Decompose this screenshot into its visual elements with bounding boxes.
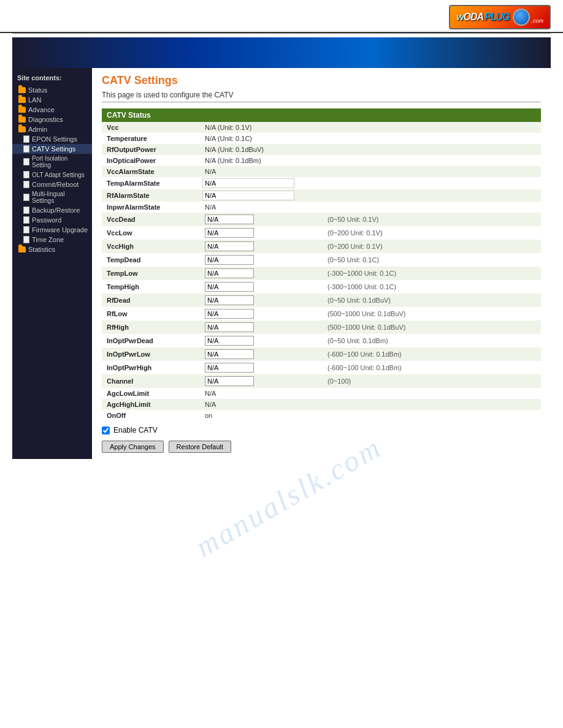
doc-icon — [23, 158, 29, 165]
row-hint: (0~200 Unit: 0.1V) — [323, 240, 541, 253]
row-label: OnOff — [102, 410, 200, 421]
row-value — [200, 213, 323, 226]
row-value — [200, 253, 323, 267]
row-value — [200, 294, 323, 307]
table-row: Vcc N/A (Unit: 0.1V) — [102, 122, 541, 133]
sidebar-item-backup[interactable]: Backup/Restore — [12, 205, 92, 215]
row-value — [200, 307, 323, 320]
row-label: Temperature — [102, 133, 200, 144]
vcclow-input[interactable] — [205, 228, 254, 238]
rfhigh-input[interactable] — [205, 322, 254, 332]
sidebar-item-lan[interactable]: LAN — [12, 95, 92, 105]
folder-icon — [18, 246, 26, 252]
row-hint — [323, 155, 541, 166]
sidebar-item-multilingual[interactable]: Multi-lingual Settings — [12, 189, 92, 205]
row-label: VccLow — [102, 226, 200, 240]
page-description: This page is used to configure the CATV — [102, 91, 541, 99]
row-value: N/A — [200, 202, 323, 213]
channel-input[interactable] — [205, 376, 254, 386]
table-row: RfAlarmState — [102, 189, 541, 202]
row-label: RfOutputPower — [102, 144, 200, 155]
row-hint: (-600~100 Unit: 0.1dBm) — [323, 347, 541, 361]
sidebar-label: Advance — [28, 106, 55, 113]
temp-alarm-input[interactable] — [202, 178, 294, 188]
table-row: AgcLowLimit N/A — [102, 388, 541, 399]
table-row: TempHigh (-300~1000 Unit: 0.1C) — [102, 280, 541, 294]
row-label: VccHigh — [102, 240, 200, 253]
doc-icon — [23, 236, 29, 243]
sidebar-item-diagnostics[interactable]: Diagnostics — [12, 115, 92, 124]
row-value — [200, 267, 323, 280]
sidebar-item-status[interactable]: Status — [12, 85, 92, 95]
row-hint: (0~50 Unit: 0.1V) — [323, 213, 541, 226]
sidebar-item-admin[interactable]: Admin — [12, 124, 92, 134]
enable-catv-row: Enable CATV — [102, 426, 541, 434]
row-label: RfLow — [102, 307, 200, 320]
inoptpwrlow-input[interactable] — [205, 349, 254, 359]
table-row: VccHigh (0~200 Unit: 0.1V) — [102, 240, 541, 253]
row-hint — [323, 144, 541, 155]
inoptpwrhigh-input[interactable] — [205, 363, 254, 373]
logo-box: wODA PLUG .com — [449, 5, 551, 29]
main-layout: Site contents: Status LAN Advance Diagno… — [12, 68, 551, 459]
sidebar-label: CATV Settings — [32, 145, 75, 153]
folder-icon — [18, 87, 26, 93]
table-row: TempDead (0~50 Unit: 0.1C) — [102, 253, 541, 267]
tempdead-input[interactable] — [205, 255, 254, 265]
row-label: VccAlarmState — [102, 166, 200, 177]
temphigh-input[interactable] — [205, 282, 254, 292]
sidebar-item-firmware[interactable]: Firmware Upgrade — [12, 225, 92, 235]
sidebar-item-statistics[interactable]: Statistics — [12, 245, 92, 254]
row-value: on — [200, 410, 323, 421]
sidebar-label: Diagnostics — [28, 116, 63, 123]
doc-icon — [23, 145, 29, 153]
row-value: N/A (Unit: 0.1V) — [200, 122, 323, 133]
rflow-input[interactable] — [205, 309, 254, 319]
sidebar-label: Time Zone — [32, 236, 64, 243]
sidebar-label: Multi-lingual Settings — [32, 191, 88, 204]
settings-table: CATV Status Vcc N/A (Unit: 0.1V) Tempera… — [102, 108, 541, 421]
sidebar-label: Password — [32, 216, 61, 224]
table-row: VccAlarmState N/A — [102, 166, 541, 177]
button-row: Apply Changes Restore Default — [102, 441, 541, 453]
restore-default-button[interactable]: Restore Default — [169, 441, 231, 453]
row-hint: (-300~1000 Unit: 0.1C) — [323, 267, 541, 280]
vccdead-input[interactable] — [205, 214, 254, 224]
row-hint: (0~50 Unit: 0.1dBuV) — [323, 294, 541, 307]
sidebar-item-olt-adapt[interactable]: OLT Adapt Settings — [12, 170, 92, 180]
row-hint: (-600~100 Unit: 0.1dBm) — [323, 361, 541, 374]
content-area: CATV Settings This page is used to confi… — [92, 68, 551, 459]
sidebar-title: Site contents: — [12, 72, 92, 85]
table-row: TempLow (-300~1000 Unit: 0.1C) — [102, 267, 541, 280]
sidebar-item-port-isolation[interactable]: Port Isolation Setting — [12, 154, 92, 170]
vcchigh-input[interactable] — [205, 241, 254, 251]
row-label: RfHigh — [102, 320, 200, 334]
table-row: RfHigh (500~1000 Unit: 0.1dBuV) — [102, 320, 541, 334]
content-divider — [102, 102, 541, 102]
sidebar: Site contents: Status LAN Advance Diagno… — [12, 68, 92, 459]
table-row: AgcHighLimit N/A — [102, 399, 541, 410]
sidebar-item-password[interactable]: Password — [12, 215, 92, 225]
enable-catv-checkbox[interactable] — [102, 427, 110, 434]
rf-alarm-input[interactable] — [202, 191, 294, 200]
banner — [12, 37, 551, 68]
sidebar-label: OLT Adapt Settings — [32, 172, 85, 178]
sidebar-label: EPON Settings — [32, 135, 77, 143]
folder-icon — [18, 97, 26, 103]
row-value — [200, 189, 541, 202]
sidebar-item-catv[interactable]: CATV Settings — [12, 144, 92, 154]
logo-plug: PLUG — [484, 12, 509, 23]
row-value — [200, 361, 323, 374]
header: wODA PLUG .com — [0, 0, 563, 33]
sidebar-item-advance[interactable]: Advance — [12, 105, 92, 115]
row-hint — [323, 133, 541, 144]
sidebar-item-commit-reboot[interactable]: Commit/Reboot — [12, 180, 92, 189]
table-row: Channel (0~100) — [102, 374, 541, 388]
row-value — [200, 240, 323, 253]
sidebar-item-epon[interactable]: EPON Settings — [12, 134, 92, 144]
inoptpwrdead-input[interactable] — [205, 336, 254, 346]
rfdead-input[interactable] — [205, 295, 254, 305]
sidebar-item-timezone[interactable]: Time Zone — [12, 235, 92, 245]
templow-input[interactable] — [205, 268, 254, 278]
apply-changes-button[interactable]: Apply Changes — [102, 441, 164, 453]
